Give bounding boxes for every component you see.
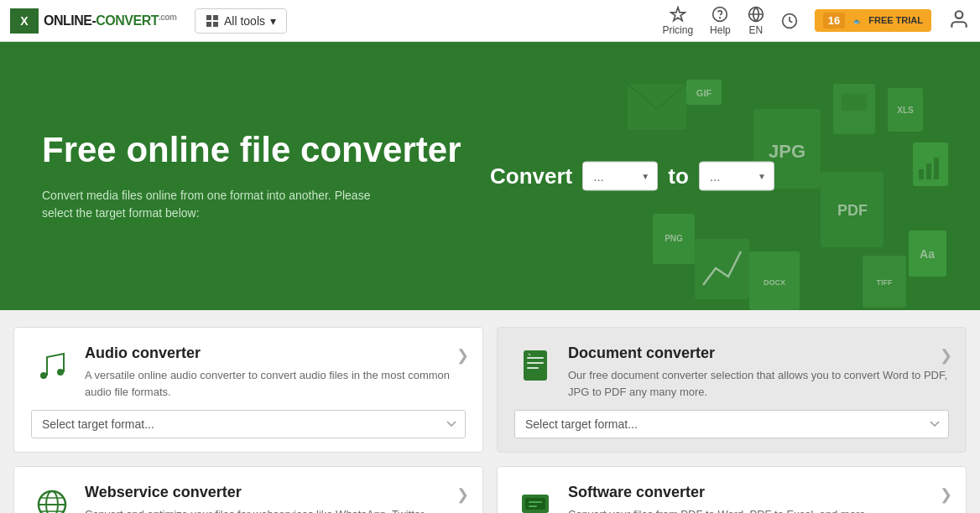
webservice-converter-card: Webservice converter Convert and optimiz… — [13, 466, 483, 513]
svg-point-7 — [720, 17, 721, 18]
audio-format-select[interactable]: Select target format... — [31, 410, 466, 438]
help-button[interactable]: Help — [710, 6, 731, 36]
document-card-desc: Our free document converter selection th… — [568, 367, 949, 400]
svg-point-12 — [956, 11, 963, 18]
hero-decoration: GIF JPG XLS PDF PNG DOC — [586, 75, 955, 310]
trial-count: 16 — [823, 13, 845, 28]
document-card-info: Document converter Our free document con… — [568, 345, 949, 400]
audio-card-header: Audio converter A versatile online audio… — [31, 345, 466, 400]
pricing-button[interactable]: Pricing — [662, 6, 693, 36]
header: X ONLINE-CONVERT.com All tools ▾ Pricing — [0, 0, 980, 42]
convert-bar: Convert ... to ... — [490, 162, 774, 191]
software-card-desc: Convert your files from PDF to Word, PDF… — [568, 506, 949, 513]
document-converter-card: Document converter Our free document con… — [497, 327, 967, 453]
hero-title: Free online file converter — [42, 130, 490, 170]
svg-text:Aa: Aa — [920, 247, 935, 261]
history-button[interactable] — [781, 13, 798, 29]
audio-converter-card: Audio converter A versatile online audio… — [13, 327, 483, 453]
convert-label: Convert — [490, 163, 572, 189]
svg-point-44 — [39, 491, 65, 513]
audio-icon — [31, 345, 73, 386]
svg-rect-42 — [527, 367, 539, 369]
all-tools-chevron: ▾ — [270, 14, 276, 28]
svg-point-38 — [57, 369, 64, 376]
header-actions: Pricing Help EN 16 — [662, 6, 970, 36]
webservice-card-chevron: ❯ — [456, 485, 469, 504]
document-format-select[interactable]: Select target format... — [514, 410, 949, 438]
hero-right: GIF JPG XLS PDF PNG DOC — [490, 75, 938, 277]
trial-label: FREE TRIAL — [868, 15, 923, 26]
webservice-card-title: Webservice converter — [85, 484, 466, 501]
document-card-title: Document converter — [568, 345, 949, 362]
document-card-chevron: ❯ — [940, 346, 952, 365]
document-card-header: Document converter Our free document con… — [514, 345, 949, 400]
svg-rect-39 — [524, 350, 547, 381]
svg-text:X: X — [20, 14, 29, 28]
software-card-chevron: ❯ — [940, 485, 952, 504]
svg-rect-2 — [206, 15, 211, 20]
software-card-header: Software converter Convert your files fr… — [514, 484, 949, 513]
free-trial-button[interactable]: 16 🐟 FREE TRIAL — [815, 9, 931, 32]
logo-icon: X — [10, 8, 39, 34]
webservice-icon — [31, 484, 73, 513]
svg-rect-4 — [206, 22, 211, 27]
main-content: Audio converter A versatile online audio… — [0, 310, 980, 513]
convert-to-select[interactable]: ... — [699, 162, 774, 191]
software-card-title: Software converter — [568, 484, 949, 501]
svg-rect-25 — [934, 158, 939, 179]
hero-subtitle: Convert media files online from one form… — [42, 187, 394, 222]
svg-point-45 — [46, 491, 58, 513]
svg-rect-19 — [842, 94, 867, 111]
svg-rect-5 — [213, 22, 218, 27]
convert-from-select[interactable]: ... — [582, 162, 658, 191]
svg-point-37 — [40, 372, 47, 379]
svg-text:DOCX: DOCX — [764, 278, 785, 287]
svg-rect-30 — [695, 239, 749, 299]
audio-card-desc: A versatile online audio converter to co… — [85, 367, 466, 400]
convert-from-wrapper: ... — [582, 162, 658, 191]
svg-rect-3 — [213, 15, 218, 20]
svg-text:GIF: GIF — [696, 88, 712, 98]
convert-to-wrapper: ... — [699, 162, 774, 191]
svg-text:🐟: 🐟 — [853, 17, 861, 24]
software-converter-card: Software converter Convert your files fr… — [497, 466, 967, 513]
audio-card-title: Audio converter — [85, 345, 466, 362]
all-tools-button[interactable]: All tools ▾ — [195, 8, 287, 34]
svg-text:JPG: JPG — [769, 141, 805, 162]
svg-rect-24 — [926, 163, 931, 179]
svg-rect-41 — [527, 362, 544, 364]
svg-rect-53 — [529, 501, 542, 503]
document-icon — [514, 345, 556, 386]
convert-to-label: to — [668, 163, 689, 189]
svg-rect-54 — [529, 505, 537, 507]
svg-text:TIFF: TIFF — [877, 278, 893, 287]
svg-rect-40 — [527, 357, 544, 359]
language-button[interactable]: EN — [748, 6, 764, 36]
audio-card-chevron: ❯ — [456, 346, 469, 365]
svg-text:PDF: PDF — [837, 202, 868, 219]
user-account-button[interactable] — [948, 8, 970, 33]
logo-area: X ONLINE-CONVERT.com — [10, 8, 195, 34]
svg-text:PNG: PNG — [665, 234, 683, 243]
software-card-info: Software converter Convert your files fr… — [568, 484, 949, 513]
svg-rect-23 — [919, 169, 924, 179]
webservice-card-desc: Convert and optimize your files for webs… — [85, 506, 466, 513]
all-tools-label: All tools — [224, 14, 265, 28]
software-icon — [514, 484, 556, 513]
svg-text:XLS: XLS — [897, 106, 914, 115]
hero-section: Free online file converter Convert media… — [0, 42, 980, 310]
hero-left: Free online file converter Convert media… — [42, 130, 490, 222]
webservice-card-header: Webservice converter Convert and optimiz… — [31, 484, 466, 513]
webservice-card-info: Webservice converter Convert and optimiz… — [85, 484, 466, 513]
svg-rect-50 — [525, 498, 545, 510]
logo-text: ONLINE-CONVERT.com — [44, 13, 176, 28]
audio-card-info: Audio converter A versatile online audio… — [85, 345, 466, 400]
